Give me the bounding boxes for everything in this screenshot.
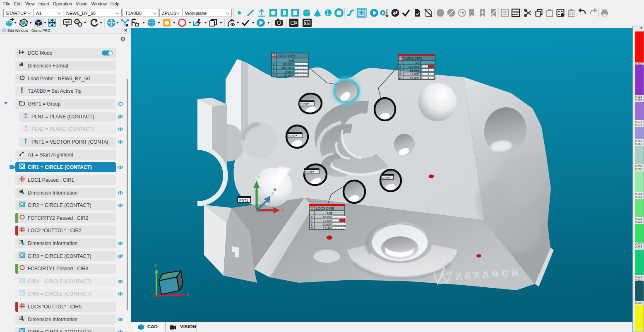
svg-text:CIR8*: CIR8*: [300, 102, 309, 106]
svg-text:CIR7*: CIR7*: [288, 134, 297, 138]
svg-text:CIR6*: CIR6*: [305, 170, 314, 174]
svg-text:X: X: [186, 293, 189, 297]
svg-text:X: X: [281, 208, 284, 213]
svg-text:CIR4: CIR4: [382, 176, 390, 180]
svg-text:LOC2 CIR2: LOC2 CIR2: [404, 56, 423, 60]
svg-text:LOC3 CIR5: LOC3 CIR5: [316, 207, 334, 211]
svg-text:Z: Z: [271, 192, 274, 196]
svg-text:LOC1 CIR1: LOC1 CIR1: [278, 54, 296, 58]
svg-text:MS: MS: [416, 61, 421, 65]
svg-text:PNT1: PNT1: [239, 198, 248, 202]
svg-text:MS: MS: [289, 59, 294, 63]
svg-text:Z: Z: [166, 283, 169, 287]
svg-text:Y: Y: [154, 264, 157, 269]
svg-text:MS: MS: [327, 212, 332, 215]
svg-text:Y: Y: [257, 175, 260, 180]
